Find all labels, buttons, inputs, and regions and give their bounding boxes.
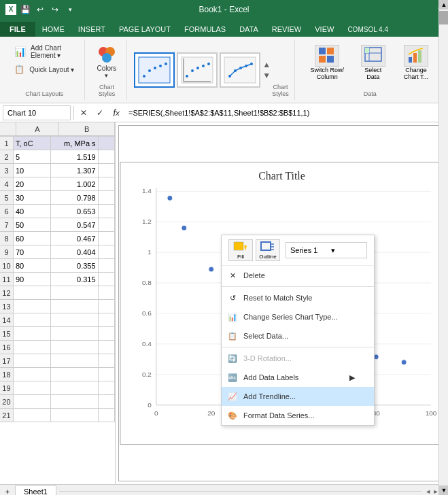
formula-input[interactable] — [126, 107, 445, 118]
cell[interactable] — [99, 259, 115, 273]
cell[interactable] — [99, 327, 115, 341]
scroll-thumb[interactable] — [439, 11, 448, 24]
cell[interactable]: 1.519 — [51, 150, 99, 164]
tab-comsol[interactable]: COMSOL 4.4 — [341, 22, 395, 37]
context-menu-item[interactable]: ↺Reset to Match Style — [222, 288, 374, 307]
cell[interactable]: 20 — [14, 177, 51, 191]
cell[interactable]: m, MPa s — [51, 137, 99, 150]
cell[interactable] — [51, 300, 99, 313]
context-menu-item[interactable]: 🔤Add Data Labels▶ — [222, 368, 374, 387]
context-menu-item[interactable]: 📈Add Trendline... — [222, 387, 374, 406]
cell[interactable] — [99, 205, 115, 218]
context-menu-item[interactable]: 🎨Format Data Series... — [222, 406, 374, 425]
cell[interactable] — [14, 409, 51, 422]
scroll-up-button[interactable]: ▲ — [439, 0, 448, 10]
cell[interactable] — [51, 381, 99, 395]
chart-styles-scroll[interactable]: ▲ ▼ — [262, 60, 271, 80]
cell[interactable] — [51, 286, 99, 300]
insert-function-button[interactable]: fx — [109, 106, 123, 120]
cell[interactable]: 0.404 — [51, 245, 99, 259]
confirm-formula-button[interactable]: ✓ — [93, 106, 107, 120]
cell[interactable] — [99, 137, 115, 150]
undo-icon[interactable]: ↩ — [34, 3, 46, 16]
cell[interactable]: 0.467 — [51, 232, 99, 245]
cell[interactable] — [99, 395, 115, 409]
tab-home[interactable]: HOME — [35, 22, 71, 37]
tab-view[interactable]: VIEW — [308, 22, 341, 37]
cell[interactable] — [14, 313, 51, 327]
cell[interactable] — [99, 273, 115, 286]
cell[interactable]: 0.355 — [51, 259, 99, 273]
cell[interactable] — [99, 354, 115, 368]
cell[interactable] — [99, 409, 115, 422]
cell[interactable] — [51, 341, 99, 354]
cell[interactable] — [99, 313, 115, 327]
cell[interactable] — [14, 395, 51, 409]
cell[interactable] — [14, 368, 51, 381]
change-colors-button[interactable]: Colors ▾ — [92, 42, 121, 82]
cell[interactable] — [51, 327, 99, 341]
cell[interactable] — [14, 381, 51, 395]
cell[interactable] — [51, 409, 99, 422]
redo-icon[interactable]: ↪ — [49, 3, 61, 16]
cell[interactable] — [99, 300, 115, 313]
vertical-scrollbar[interactable]: ▲ ▼ — [438, 0, 448, 495]
cell[interactable] — [14, 327, 51, 341]
chart-container[interactable]: Chart Title 0 0.2 0.4 0.6 — [118, 125, 445, 481]
series-dropdown[interactable]: Series 1 ▾ — [286, 242, 367, 258]
cell[interactable] — [51, 354, 99, 368]
cell[interactable] — [14, 354, 51, 368]
cell[interactable] — [51, 313, 99, 327]
chart-style-2[interactable] — [177, 52, 218, 88]
cell[interactable] — [99, 150, 115, 164]
cell[interactable] — [99, 191, 115, 205]
add-sheet-icon[interactable]: + — [3, 487, 12, 496]
tab-insert[interactable]: INSERT — [71, 22, 112, 37]
cell[interactable]: 40 — [14, 205, 51, 218]
cell[interactable]: 90 — [14, 273, 51, 286]
cell[interactable] — [51, 395, 99, 409]
cell[interactable]: 0.653 — [51, 205, 99, 218]
change-chart-type-button[interactable]: Change Chart T... — [394, 42, 438, 83]
tab-page-layout[interactable]: PAGE LAYOUT — [112, 22, 177, 37]
cell[interactable] — [99, 286, 115, 300]
cell[interactable]: 80 — [14, 259, 51, 273]
tab-formulas[interactable]: FORMULAS — [177, 22, 232, 37]
chart-style-1[interactable] — [134, 52, 175, 88]
tab-data[interactable]: DATA — [232, 22, 265, 37]
cell[interactable]: 1.002 — [51, 177, 99, 191]
cell[interactable] — [99, 381, 115, 395]
cell[interactable] — [99, 177, 115, 191]
cell[interactable] — [99, 232, 115, 245]
cell[interactable] — [51, 368, 99, 381]
quick-layout-button[interactable]: 📋 Quick Layout ▾ — [10, 63, 79, 76]
cell[interactable]: 0.798 — [51, 191, 99, 205]
select-data-button[interactable]: Select Data — [356, 42, 391, 83]
cell[interactable]: 60 — [14, 232, 51, 245]
cell[interactable]: 0.547 — [51, 218, 99, 232]
context-menu-item[interactable]: 📊Change Series Chart Type... — [222, 307, 374, 326]
cancel-formula-button[interactable]: ✕ — [77, 106, 90, 120]
scroll-down-button[interactable]: ▼ — [439, 485, 448, 495]
outline-button[interactable]: Outline — [256, 239, 280, 261]
cell[interactable] — [99, 368, 115, 381]
cell[interactable]: 30 — [14, 191, 51, 205]
col-header-A[interactable]: A — [16, 122, 60, 136]
tab-file[interactable]: FILE — [0, 22, 35, 37]
name-box[interactable] — [3, 105, 71, 120]
cell[interactable]: 70 — [14, 245, 51, 259]
col-header-B[interactable]: B — [59, 122, 115, 136]
cell[interactable] — [14, 341, 51, 354]
context-menu-item[interactable]: ✕Delete — [222, 266, 374, 285]
cell[interactable]: 50 — [14, 218, 51, 232]
fill-button[interactable]: Fill — [228, 239, 253, 261]
cell[interactable]: 5 — [14, 150, 51, 164]
cell[interactable] — [99, 245, 115, 259]
customize-icon[interactable]: ▾ — [64, 3, 76, 16]
cell[interactable] — [14, 286, 51, 300]
add-chart-element-button[interactable]: 📊 Add Chart Element ▾ — [10, 42, 79, 61]
sheet-tab-sheet1[interactable]: Sheet1 — [15, 485, 56, 495]
switch-row-col-button[interactable]: Switch Row/ Column — [302, 42, 353, 83]
cell[interactable]: 1.307 — [51, 164, 99, 177]
cell[interactable]: 10 — [14, 164, 51, 177]
